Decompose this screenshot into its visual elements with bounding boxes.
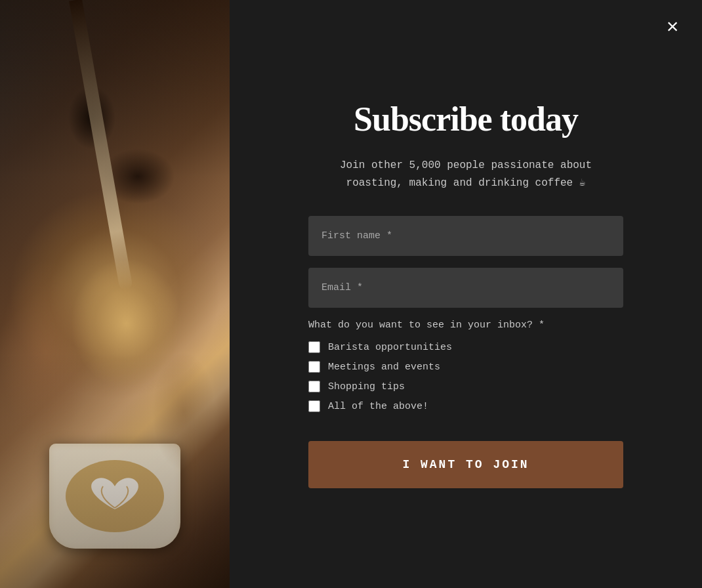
checkbox-barista-label: Barista opportunities	[328, 342, 452, 353]
checkbox-all-label: All of the above!	[328, 401, 428, 412]
email-group	[308, 268, 623, 308]
modal-subtitle: Join other 5,000 people passionate about…	[315, 157, 617, 192]
checkbox-meetings[interactable]: Meetings and events	[308, 361, 623, 373]
checkbox-meetings-label: Meetings and events	[328, 362, 440, 373]
checkbox-shopping-label: Shopping tips	[328, 381, 405, 392]
checkbox-shopping-input[interactable]	[308, 381, 320, 392]
checkbox-all[interactable]: All of the above!	[308, 400, 623, 412]
checkbox-question: What do you want to see in your inbox? *	[308, 320, 623, 331]
modal-title: Subscribe today	[354, 100, 578, 138]
modal-content: × Subscribe today Join other 5,000 peopl…	[230, 0, 702, 588]
first-name-group	[308, 216, 623, 256]
coffee-image	[0, 0, 230, 588]
checkbox-shopping[interactable]: Shopping tips	[308, 381, 623, 392]
checkbox-section: What do you want to see in your inbox? *…	[308, 320, 623, 420]
checkbox-barista[interactable]: Barista opportunities	[308, 341, 623, 353]
checkbox-meetings-input[interactable]	[308, 361, 320, 373]
checkbox-all-input[interactable]	[308, 400, 320, 412]
close-button[interactable]: ×	[659, 13, 686, 39]
modal: × Subscribe today Join other 5,000 peopl…	[0, 0, 702, 588]
first-name-input[interactable]	[308, 216, 623, 256]
close-icon: ×	[667, 16, 679, 37]
join-button[interactable]: I WANT TO JOIN	[308, 441, 623, 488]
email-input[interactable]	[308, 268, 623, 308]
checkbox-barista-input[interactable]	[308, 341, 320, 353]
